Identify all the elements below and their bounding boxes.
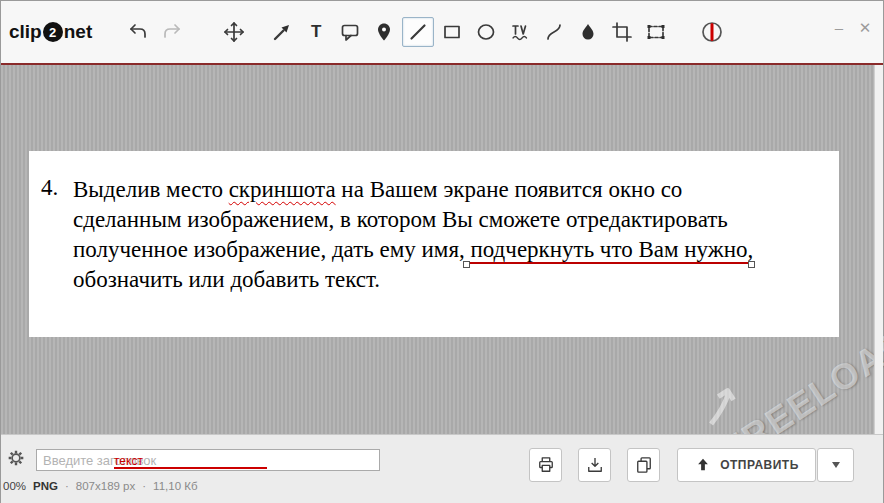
settings-button[interactable] [5, 447, 27, 473]
text-segment: на Вашем экране появится окно со [336, 177, 683, 202]
watermark-arrow-icon [691, 377, 751, 436]
pen-line-icon [407, 21, 429, 43]
crop-icon [611, 21, 633, 43]
download-icon [585, 455, 605, 475]
blur-drop-icon [577, 21, 599, 43]
download-button[interactable] [578, 448, 611, 482]
logo-text-net: net [64, 21, 93, 43]
curve-tool-button[interactable] [538, 17, 570, 47]
text-segment: обозначить или добавить текст. [73, 267, 380, 292]
rectangle-tool-button[interactable] [436, 17, 468, 47]
crop-tool-button[interactable] [606, 17, 638, 47]
scrollbar[interactable] [874, 65, 883, 434]
send-button-label: ОТПРАВИТЬ [720, 458, 799, 472]
file-size: 11,10 Кб [153, 480, 197, 492]
minimize-button[interactable]: – [831, 19, 847, 37]
text-segment: полученное изображение, дать ему имя, [73, 237, 470, 262]
ellipse-tool-button[interactable] [470, 17, 502, 47]
editor-canvas[interactable]: 4. Выделив место скриншота на Вашем экра… [1, 63, 883, 434]
image-dimensions: 807x189 px [76, 480, 135, 492]
clip2net-logo: clip 2 net [9, 21, 92, 43]
red-annotation-label: текст [114, 454, 143, 468]
marker-pin-icon [373, 21, 395, 43]
region-select-icon [645, 21, 667, 43]
redo-button[interactable] [156, 17, 188, 47]
pen-tool-button[interactable] [402, 17, 434, 47]
clip2net-window: clip 2 net T [0, 0, 884, 503]
toolbar: clip 2 net T [1, 1, 883, 63]
callout-icon [339, 21, 361, 43]
window-controls: – ✕ [831, 19, 873, 37]
undo-button[interactable] [122, 17, 154, 47]
separator: · [65, 480, 69, 492]
zoom-level: 00% [3, 480, 26, 492]
bottom-bar: текст 00% PNG · 807x189 px · 11,10 Кб [1, 434, 883, 503]
gear-icon [5, 447, 27, 469]
spellcheck-word: скриншота [229, 177, 336, 202]
text-segment: сделанным изображением, в котором Вы смо… [73, 207, 728, 232]
region-tool-button[interactable] [640, 17, 672, 47]
logo-text-clip: clip [9, 21, 42, 43]
curve-icon [543, 21, 565, 43]
file-format: PNG [33, 480, 58, 492]
status-line: 00% PNG · 807x189 px · 11,10 Кб [3, 480, 198, 492]
censor-tool-button[interactable] [504, 17, 536, 47]
text-tool-button[interactable]: T [300, 17, 332, 47]
underline-annotation[interactable]: подчеркнуть что Вам нужно [470, 237, 747, 264]
arrow-tool-button[interactable] [266, 17, 298, 47]
callout-tool-button[interactable] [334, 17, 366, 47]
copy-button[interactable] [627, 448, 660, 482]
color-indicator-icon [700, 20, 724, 44]
close-button[interactable]: ✕ [857, 19, 873, 37]
send-options-button[interactable] [817, 448, 854, 482]
note-line-4: обозначить или добавить текст. [73, 265, 753, 295]
move-icon [223, 21, 245, 43]
note-line-3: полученное изображение, дать ему имя, по… [73, 235, 753, 265]
blur-tool-button[interactable] [572, 17, 604, 47]
separator: · [142, 480, 146, 492]
undo-icon [127, 21, 149, 43]
redo-icon [161, 21, 183, 43]
color-indicator-button[interactable] [696, 17, 728, 47]
arrow-icon [271, 21, 293, 43]
copy-icon [634, 455, 654, 475]
text-tool-icon: T [311, 22, 321, 42]
marker-tool-button[interactable] [368, 17, 400, 47]
note-line-1: Выделив место скриншота на Вашем экране … [73, 175, 753, 205]
print-button[interactable] [529, 448, 562, 482]
note-text: Выделив место скриншота на Вашем экране … [73, 175, 753, 295]
censor-tv-icon [509, 21, 531, 43]
send-button[interactable]: ОТПРАВИТЬ [677, 448, 816, 482]
text-segment: Выделив место [73, 177, 229, 202]
logo-circle-2: 2 [43, 22, 63, 42]
note-line-2: сделанным изображением, в котором Вы смо… [73, 205, 753, 235]
list-number: 4. [41, 175, 73, 295]
screenshot-content: 4. Выделив место скриншота на Вашем экра… [29, 151, 839, 337]
chevron-down-icon [832, 462, 840, 468]
printer-icon [536, 455, 556, 475]
move-tool-button[interactable] [218, 17, 250, 47]
red-text-annotation[interactable]: текст [114, 455, 267, 469]
upload-arrow-icon [694, 456, 712, 474]
ellipse-icon [475, 21, 497, 43]
rectangle-icon [441, 21, 463, 43]
text-segment: , [748, 237, 754, 262]
